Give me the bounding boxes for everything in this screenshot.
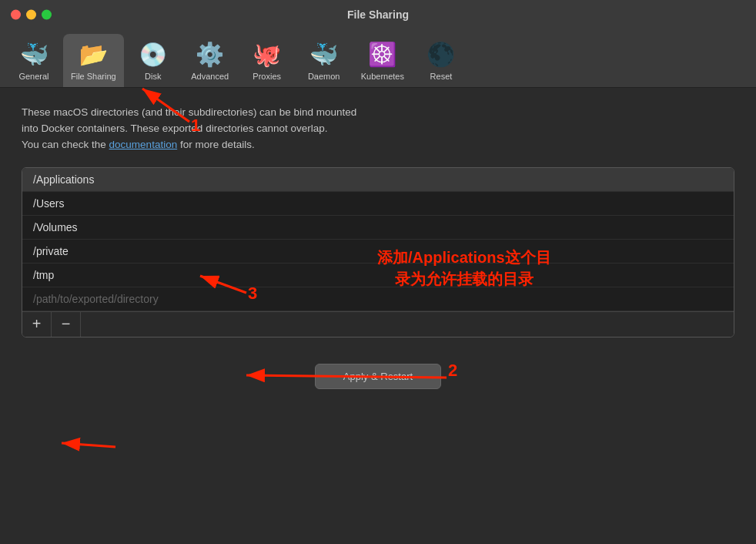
toolbar-item-general[interactable]: 🐳 General xyxy=(6,34,62,87)
directory-list-container: /Applications /Users /Volumes /private /… xyxy=(22,167,734,337)
reset-icon: 🌑 xyxy=(426,39,457,69)
toolbar-item-kubernetes[interactable]: ☸️ Kubernetes xyxy=(353,34,412,87)
proxies-label: Proxies xyxy=(253,72,281,81)
toolbar-item-disk[interactable]: 💿 Disk xyxy=(125,34,181,87)
traffic-lights xyxy=(11,10,52,20)
list-controls: + − xyxy=(22,311,734,337)
proxies-icon: 🐙 xyxy=(252,39,283,69)
advanced-icon: ⚙️ xyxy=(195,39,226,69)
toolbar-item-proxies[interactable]: 🐙 Proxies xyxy=(239,34,295,87)
daemon-icon: 🐳 xyxy=(309,39,340,69)
apply-restart-button[interactable]: Apply & Restart xyxy=(315,364,441,389)
close-button[interactable] xyxy=(11,10,21,20)
directory-list: /Applications /Users /Volumes /private /… xyxy=(22,168,734,311)
kubernetes-icon: ☸️ xyxy=(367,39,398,69)
advanced-label: Advanced xyxy=(191,72,229,81)
dir-item-volumes[interactable]: /Volumes xyxy=(22,216,734,240)
kubernetes-label: Kubernetes xyxy=(361,72,404,81)
general-label: General xyxy=(18,72,49,81)
maximize-button[interactable] xyxy=(42,10,52,20)
dir-item-applications[interactable]: /Applications xyxy=(22,168,734,192)
documentation-link[interactable]: documentation xyxy=(109,139,178,150)
svg-line-4 xyxy=(62,443,115,447)
remove-directory-button[interactable]: − xyxy=(52,312,81,337)
dir-item-tmp[interactable]: /tmp xyxy=(22,264,734,287)
general-icon: 🐳 xyxy=(18,39,49,69)
dir-item-private[interactable]: /private xyxy=(22,240,734,264)
file-sharing-icon: 📂 xyxy=(78,39,109,69)
toolbar-item-daemon[interactable]: 🐳 Daemon xyxy=(296,34,352,87)
title-bar: File Sharing xyxy=(0,0,756,29)
description-text: These macOS directories (and their subdi… xyxy=(22,105,734,153)
bottom-bar: Apply & Restart xyxy=(0,350,756,397)
toolbar-item-file-sharing[interactable]: 📂 File Sharing xyxy=(63,34,124,87)
reset-label: Reset xyxy=(430,72,453,81)
add-directory-button[interactable]: + xyxy=(22,312,52,337)
toolbar: 🐳 General 📂 File Sharing 💿 Disk ⚙️ Advan… xyxy=(0,29,756,88)
dir-item-placeholder[interactable]: /path/to/exported/directory xyxy=(22,287,734,311)
file-sharing-label: File Sharing xyxy=(71,72,116,81)
disk-icon: 💿 xyxy=(138,39,169,69)
disk-label: Disk xyxy=(145,72,161,81)
toolbar-item-reset[interactable]: 🌑 Reset xyxy=(413,34,469,87)
window-title: File Sharing xyxy=(347,8,409,21)
daemon-label: Daemon xyxy=(308,72,340,81)
minimize-button[interactable] xyxy=(26,10,36,20)
toolbar-item-advanced[interactable]: ⚙️ Advanced xyxy=(182,34,238,87)
dir-item-users[interactable]: /Users xyxy=(22,192,734,216)
content-area: These macOS directories (and their subdi… xyxy=(0,88,756,350)
